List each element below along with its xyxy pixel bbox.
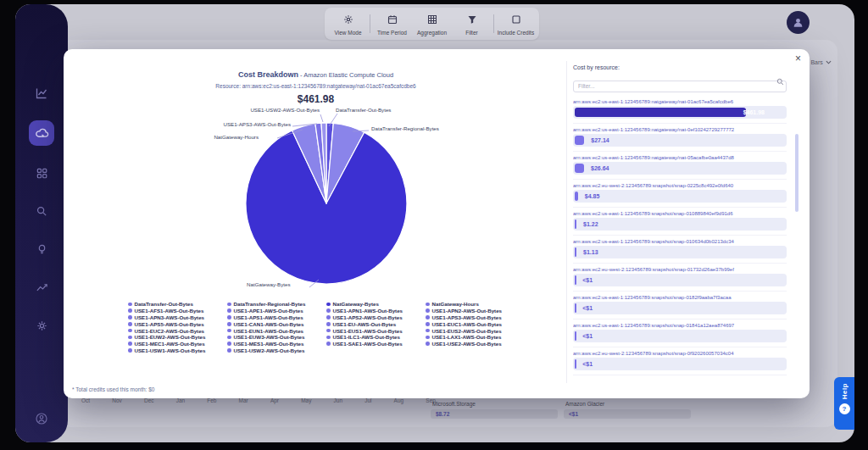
month-label: May (301, 397, 311, 403)
legend-item[interactable]: USE1-APN1-AWS-Out-Bytes (326, 308, 419, 314)
legend-item[interactable]: USE1-EUC2-AWS-Out-Bytes (128, 327, 220, 334)
legend-item[interactable]: USE1-APN2-AWS-Out-Bytes (426, 308, 518, 314)
cost-value: $27.14 (591, 134, 609, 147)
legend-item[interactable]: USE1-EU-AWS-Out-Bytes (326, 320, 419, 327)
resource-arn: arn:aws:ec2:us-east-1:123456789:natgatew… (573, 127, 787, 132)
legend-label: USE1-EUC1-AWS-Out-Bytes (432, 321, 503, 327)
legend-item[interactable]: USE1-EUW2-AWS-Out-Bytes (128, 334, 220, 341)
resource-row[interactable]: arn:aws:ec2:us-east-1:123456789:snapshot… (573, 208, 787, 236)
resource-row[interactable]: arn:aws:ec2:eu-west-2:123456789:snapshot… (573, 347, 787, 375)
cost-value: $461.98 (743, 106, 765, 119)
resource-row[interactable]: arn:aws:ec2:us-east-1:123456789:snapshot… (573, 236, 787, 264)
cost-bar-track: $27.14 (573, 134, 787, 147)
legend-item[interactable]: USE1-SAE1-AWS-Out-Bytes (326, 341, 419, 347)
legend-item[interactable]: USE1-APS1-AWS-Out-Bytes (227, 314, 320, 321)
cost-value: <$1 (582, 302, 593, 314)
legend-label: USE1-APS3-AWS-Out-Bytes (432, 314, 502, 320)
legend-item[interactable]: DataTransfer-Out-Bytes (128, 301, 220, 308)
resource-row[interactable]: arn:aws:ec2:us-east-1:123456789:snapshot… (573, 319, 787, 347)
toolbar-label: Filter (465, 30, 477, 36)
legend-dot-icon (227, 329, 231, 333)
legend-label: USE1-USW2-AWS-Out-Bytes (234, 347, 305, 353)
resource-row[interactable]: arn:aws:ec2:us-east-1:123456789:snapshot… (573, 292, 787, 319)
gear-icon (343, 13, 353, 28)
user-avatar[interactable] (787, 11, 810, 34)
cost-value: $8.72 (436, 411, 449, 417)
legend-item[interactable]: USE1-MES1-AWS-Out-Bytes (227, 341, 320, 347)
resource-row[interactable]: arn:aws:ec2:eu-west-2:123456789:snapshot… (573, 264, 787, 292)
close-icon[interactable]: × (795, 53, 801, 64)
toolbar-time-period[interactable]: Time Period (372, 13, 412, 36)
legend-item[interactable]: USE1-LAX1-AWS-Out-Bytes (426, 334, 518, 341)
legend-item[interactable]: NatGateway-Bytes (326, 301, 419, 308)
legend-item[interactable]: USE1-APS3-AWS-Out-Bytes (426, 314, 518, 321)
legend-dot-icon (227, 336, 231, 340)
sidebar (15, 4, 68, 442)
filter-input[interactable] (573, 81, 787, 92)
cost-bar-fill (575, 331, 576, 341)
legend-dot-icon (426, 308, 430, 313)
cost-by-resource-panel: Cost by resource: arn:aws:ec2:us-east-1:… (573, 59, 787, 392)
legend-dot-icon (128, 308, 132, 313)
toolbar-aggregation[interactable]: Aggregation (412, 13, 452, 36)
legend-item[interactable]: USE1-APS5-AWS-Out-Bytes (128, 320, 220, 327)
legend-item[interactable]: USE1-EUC1-AWS-Out-Bytes (426, 320, 518, 327)
legend-item[interactable]: USE1-USW1-AWS-Out-Bytes (128, 347, 220, 354)
cost-bar-fill (575, 108, 746, 117)
legend-label: USE1-APS2-AWS-Out-Bytes (333, 314, 403, 320)
resource-arn: arn:aws:ec2:us-east-1:123456789:snapshot… (573, 211, 787, 216)
resource-list: arn:aws:ec2:us-east-1:123456789:natgatew… (573, 96, 787, 394)
legend-item[interactable]: USE1-CAN1-AWS-Out-Bytes (227, 320, 320, 327)
scrollbar[interactable] (795, 134, 798, 388)
legend-item[interactable]: USE1-EUN1-AWS-Out-Bytes (227, 327, 320, 334)
trend-line-icon[interactable] (31, 276, 53, 298)
legend-item[interactable]: USE1-APN3-AWS-Out-Bytes (128, 314, 220, 321)
resource-row[interactable]: arn:aws:ec2:us-east-1:123456789:natgatew… (573, 152, 787, 180)
legend-item[interactable]: USE1-USE2-AWS-Out-Bytes (426, 341, 518, 347)
legend-item[interactable]: USE1-ILC1-AWS-Out-Bytes (326, 334, 419, 341)
legend-label: USE1-MES1-AWS-Out-Bytes (234, 341, 304, 347)
legend-label: DataTransfer-Out-Bytes (135, 301, 193, 307)
user-account-icon[interactable] (35, 412, 48, 429)
apps-grid-icon[interactable] (31, 162, 53, 184)
legend-item[interactable]: USE1-USW2-AWS-Out-Bytes (227, 347, 320, 354)
toolbar-label: Include Credits (498, 30, 534, 36)
search-icon[interactable] (31, 200, 53, 222)
resource-arn: arn:aws:ec2:us-east-1:123456789:snapshot… (573, 323, 787, 328)
legend-item[interactable]: USE1-EUS1-AWS-Out-Bytes (326, 327, 419, 334)
toolbar-view-mode[interactable]: View Mode (328, 13, 368, 36)
bar-chart-icon[interactable] (31, 82, 53, 104)
toolbar-filter[interactable]: Filter (452, 13, 492, 36)
settings-gear-icon[interactable] (31, 314, 53, 336)
toolbar-include-credits[interactable]: Include Credits (496, 13, 536, 36)
month-axis: OctNovDecJanFebMarAprMayJunJulAugSep (81, 397, 436, 403)
resource-row[interactable]: arn:aws:ec2:us-east-1:123456789:natgatew… (573, 96, 787, 124)
scrollbar-thumb[interactable] (795, 134, 798, 212)
cost-value: $4.85 (585, 190, 600, 203)
legend-item[interactable]: USE1-APE1-AWS-Out-Bytes (227, 308, 320, 314)
credits-footnote: * Total credits used this month: $0 (72, 386, 154, 392)
legend-dot-icon (227, 348, 231, 353)
resource-row[interactable]: arn:aws:ec2:eu-west-2:123456789:snapshot… (573, 180, 787, 208)
legend-item[interactable]: USE1-AFS1-AWS-Out-Bytes (128, 308, 220, 314)
resource-row[interactable]: arn:aws:ec2:us-east-1:123456789:natgatew… (573, 124, 787, 152)
legend-label: NatGateway-Hours (432, 301, 479, 307)
legend-item[interactable]: USE1-MEC1-AWS-Out-Bytes (128, 341, 220, 347)
legend-item[interactable]: USE1-APS2-AWS-Out-Bytes (326, 314, 419, 321)
legend-item[interactable]: DataTransfer-Regional-Bytes (227, 301, 320, 308)
label-leader-line (320, 114, 323, 122)
legend-item[interactable]: USE1-EUS2-AWS-Out-Bytes (426, 327, 518, 334)
modal-title: Cost Breakdown (238, 70, 298, 79)
legend-label: USE1-APN1-AWS-Out-Bytes (333, 308, 403, 314)
legend-item[interactable]: USE1-EUW3-AWS-Out-Bytes (227, 334, 320, 341)
lightbulb-icon[interactable] (31, 238, 53, 260)
month-label: Jul (364, 397, 371, 403)
cloud-icon[interactable] (29, 120, 54, 146)
pie-label: USE1-USW2-AWS-Out-Bytes (199, 107, 320, 113)
cost-bar-track: <$1 (573, 358, 787, 370)
legend-item[interactable]: NatGateway-Hours (426, 301, 518, 308)
help-button[interactable]: Help ? (834, 377, 854, 430)
cost-value: <$1 (582, 274, 593, 286)
cost-bar-fill (575, 164, 584, 173)
toolbar-label: Aggregation (417, 30, 447, 36)
